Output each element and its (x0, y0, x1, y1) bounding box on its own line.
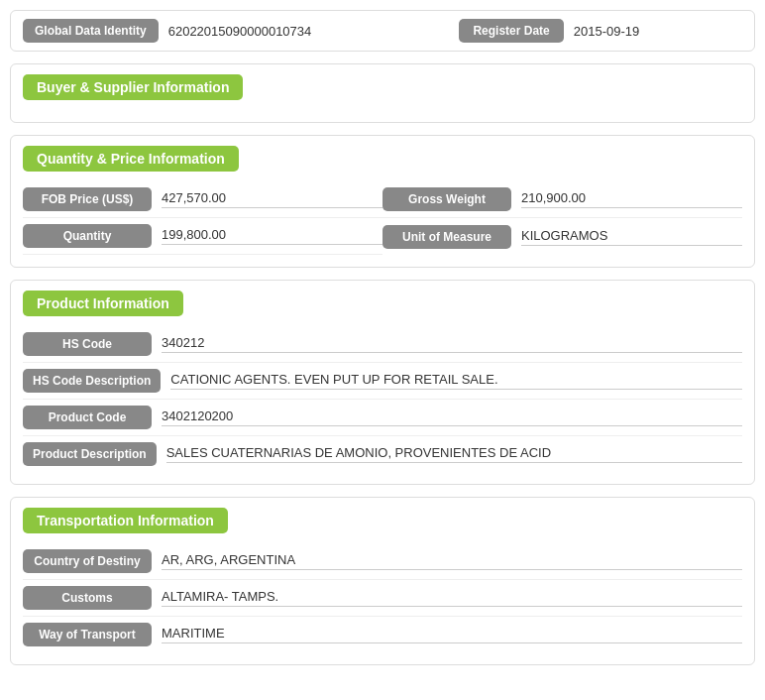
transportation-section: Transportation Information Country of De… (10, 497, 755, 665)
customs-value: ALTAMIRA- TAMPS. (162, 589, 742, 607)
product-desc-row: Product Description SALES CUATERNARIAS D… (23, 436, 742, 472)
buyer-supplier-section: Buyer & Supplier Information (10, 63, 755, 123)
gross-weight-value: 210,900.00 (521, 190, 742, 208)
product-header: Product Information (23, 291, 183, 316)
hs-desc-row: HS Code Description CATIONIC AGENTS. EVE… (23, 363, 742, 400)
customs-row: Customs ALTAMIRA- TAMPS. (23, 580, 742, 617)
transportation-header: Transportation Information (23, 508, 228, 533)
product-desc-value: SALES CUATERNARIAS DE AMONIO, PROVENIENT… (166, 445, 742, 463)
identity-value: 62022015090000010734 (168, 24, 450, 39)
quantity-price-section: Quantity & Price Information FOB Price (… (10, 135, 755, 268)
hs-code-row: HS Code 340212 (23, 326, 742, 363)
product-section: Product Information HS Code 340212 HS Co… (10, 280, 755, 485)
customs-label: Customs (23, 586, 152, 610)
quantity-label: Quantity (23, 224, 152, 248)
hs-code-value: 340212 (162, 335, 742, 353)
product-code-value: 3402120200 (162, 408, 742, 426)
product-desc-label: Product Description (23, 442, 157, 466)
hs-desc-label: HS Code Description (23, 369, 161, 393)
fob-label: FOB Price (US$) (23, 187, 152, 211)
register-date-label: Register Date (459, 19, 563, 43)
country-label: Country of Destiny (23, 549, 152, 573)
buyer-supplier-header: Buyer & Supplier Information (23, 74, 243, 100)
global-identity-section: Global Data Identity 6202201509000001073… (10, 10, 755, 52)
quantity-value: 199,800.00 (162, 227, 382, 245)
hs-desc-value: CATIONIC AGENTS. EVEN PUT UP FOR RETAIL … (170, 372, 742, 390)
identity-label: Global Data Identity (23, 19, 159, 43)
transport-label: Way of Transport (23, 623, 152, 646)
quantity-row: Quantity 199,800.00 (23, 218, 382, 255)
unit-row: Unit of Measure KILOGRAMOS (382, 218, 742, 255)
product-code-label: Product Code (23, 406, 152, 429)
gross-weight-row: Gross Weight 210,900.00 (382, 181, 742, 218)
fob-price-row: FOB Price (US$) 427,570.00 (23, 181, 382, 218)
fob-value: 427,570.00 (162, 190, 382, 208)
unit-value: KILOGRAMOS (521, 228, 742, 246)
country-row: Country of Destiny AR, ARG, ARGENTINA (23, 543, 742, 580)
transport-row: Way of Transport MARITIME (23, 617, 742, 652)
transport-value: MARITIME (162, 626, 742, 643)
hs-code-label: HS Code (23, 332, 152, 356)
quantity-price-header: Quantity & Price Information (23, 146, 239, 172)
unit-label: Unit of Measure (382, 225, 511, 249)
gross-weight-label: Gross Weight (382, 187, 511, 211)
product-code-row: Product Code 3402120200 (23, 400, 742, 436)
country-value: AR, ARG, ARGENTINA (162, 552, 742, 570)
register-date-value: 2015-09-19 (574, 24, 742, 39)
